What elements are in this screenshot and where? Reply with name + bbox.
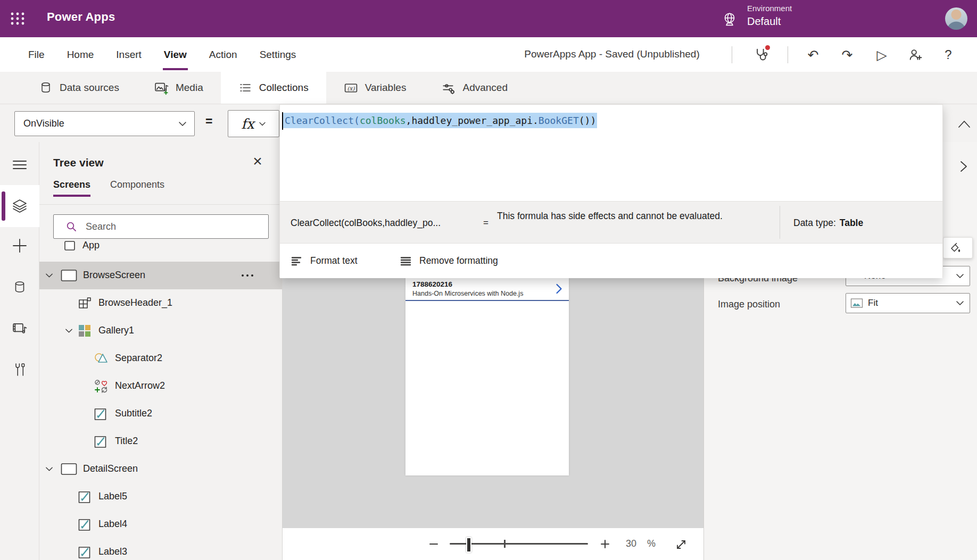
label-icon [78,517,92,531]
share-person-add-icon[interactable] [905,44,926,65]
rail-hamburger-icon[interactable] [0,150,39,180]
fill-color-button[interactable] [943,237,973,258]
menu-item-action[interactable]: Action [208,47,238,63]
zoom-out-icon[interactable] [424,533,443,555]
chevron-down-icon[interactable] [45,272,53,279]
tree-item-subtitle2[interactable]: Subtitle2 [39,400,282,428]
tree-item-app[interactable]: App [39,238,282,260]
menu-item-file[interactable]: File [27,47,46,63]
menu-item-settings[interactable]: Settings [259,47,297,63]
format-text-button[interactable]: Format text [291,244,358,278]
chevron-down-icon[interactable] [45,466,53,472]
tree-item-browsescreen[interactable]: BrowseScreen [39,262,282,289]
tree-item-browseheader[interactable]: BrowseHeader_1 [39,289,282,317]
image-position-dropdown[interactable]: Fit [846,293,970,313]
icon-set-icon [94,379,109,394]
checker-alert-badge [765,45,770,50]
power-apps-studio: Power Apps Environment Default File Home… [0,0,977,560]
remove-formatting-icon [400,255,412,268]
help-icon[interactable]: ? [938,44,959,65]
zoom-slider-tick [504,540,506,548]
zoom-slider[interactable] [450,543,588,545]
formula-bar-collapse-icon[interactable] [955,115,973,133]
formula-expression[interactable]: ClearCollect(colBooks,haddley_power_app_… [283,112,597,130]
shapes-icon [94,351,109,366]
rail-advanced-tools-icon[interactable] [0,355,39,385]
advanced-sliders-icon [441,81,456,95]
menu-divider [732,46,732,63]
redo-icon[interactable]: ↷ [837,44,858,65]
label-icon [94,434,107,448]
next-arrow-icon[interactable] [556,283,562,294]
app-canvas[interactable]: 1788620216 Hands-On Microservices with N… [405,278,569,475]
equals-sign: = [205,114,212,129]
variables-icon: (x) [344,81,358,95]
environment-label: Environment [747,4,792,13]
tabs-divider [39,204,282,205]
menu-item-home[interactable]: Home [66,47,95,63]
tree-view-panel: Tree view × Screens Components App Brows… [39,142,283,560]
property-selector[interactable]: OnVisible [14,111,195,136]
close-icon[interactable]: × [248,152,267,171]
undo-icon[interactable]: ↶ [802,44,824,65]
tree-item-label5[interactable]: Label5 [39,483,282,511]
tree-item-separator2[interactable]: Separator2 [39,345,282,372]
data-type: Data type: Table [793,202,863,244]
search-input[interactable] [85,221,246,233]
preview-play-icon[interactable]: ▷ [871,44,892,65]
svg-text:(x): (x) [347,85,355,91]
tree-item-nextarrow2[interactable]: NextArrow2 [39,372,282,400]
rail-tree-view-icon[interactable] [0,191,39,221]
left-rail [0,142,39,560]
tree-item-gallery1[interactable]: Gallery1 [39,317,282,345]
tab-media[interactable]: Media [137,72,221,104]
rail-media-icon[interactable] [0,314,39,344]
rail-data-icon[interactable] [0,272,39,302]
tree-item-title2[interactable]: Title2 [39,428,282,455]
tree-item-label3[interactable]: Label3 [39,538,282,560]
user-avatar[interactable] [945,7,967,30]
fx-label: fx [241,116,254,132]
zoom-slider-thumb[interactable] [466,537,471,553]
row-ellipsis-icon[interactable] [241,273,254,278]
tree-item-detailscreen[interactable]: DetailScreen [39,455,282,483]
environment-name[interactable]: Default [747,15,781,28]
format-text-icon [291,255,303,268]
app-title: Power Apps [47,10,115,24]
fx-dropdown[interactable]: fx [228,110,279,137]
app-header: Power Apps Environment Default [0,0,977,37]
rail-insert-plus-icon[interactable] [0,231,39,261]
zoom-in-icon[interactable] [595,533,615,555]
gallery-card[interactable]: 1788620216 Hands-On Microservices with N… [405,278,569,301]
chevron-down-icon [956,300,964,306]
fit-to-screen-icon[interactable] [672,535,691,554]
menu-item-insert[interactable]: Insert [115,47,143,63]
waffle-menu-icon[interactable] [7,9,28,29]
tab-data-sources[interactable]: Data sources [21,72,137,104]
media-icon [154,81,169,95]
formula-actions-row: Format text Remove formatting [280,244,942,278]
menu-bar: File Home Insert View Action Settings Po… [0,37,977,72]
app-checker-icon[interactable] [750,44,772,65]
tab-screens[interactable]: Screens [53,179,90,197]
paint-fill-icon [948,241,961,254]
panel-collapse-icon[interactable] [954,157,973,176]
chevron-down-icon [259,121,266,127]
image-fit-icon [850,298,863,308]
tab-variables[interactable]: (x) Variables [326,72,424,104]
remove-formatting-button[interactable]: Remove formatting [400,244,498,278]
formula-flyout: ClearCollect(colBooks,haddley_power_app_… [279,104,943,278]
info-equals-sign: = [483,202,488,244]
tree-item-label4[interactable]: Label4 [39,511,282,538]
screen-icon [61,269,77,282]
tree-view-title: Tree view [53,156,104,169]
tree-list: App BrowseScreen BrowseHeader_1 [39,238,282,560]
tab-collections[interactable]: Collections [221,72,326,104]
chevron-down-icon [178,121,187,127]
tab-advanced[interactable]: Advanced [424,72,525,104]
tab-components[interactable]: Components [110,179,164,195]
menu-item-view[interactable]: View [163,47,188,63]
card-title: Hands-On Microservices with Node.js [412,290,523,297]
label-icon [78,490,92,504]
chevron-down-icon[interactable] [65,328,73,334]
